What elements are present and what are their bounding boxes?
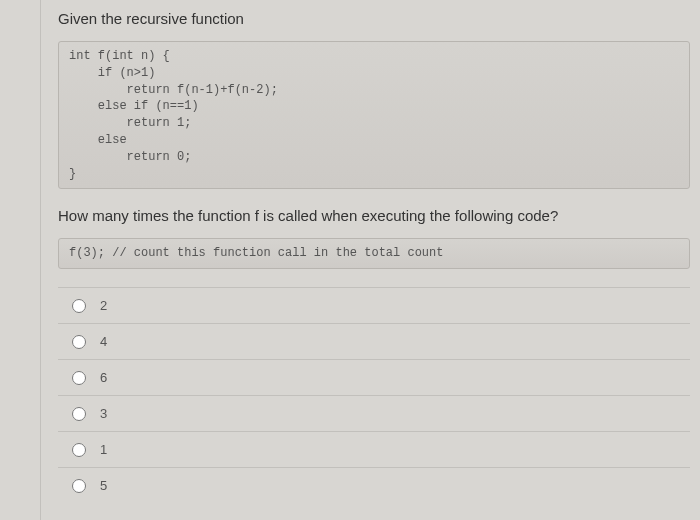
option-radio-5[interactable] bbox=[72, 479, 86, 493]
option-row[interactable]: 3 bbox=[58, 395, 690, 431]
option-label: 3 bbox=[100, 406, 107, 421]
question-prompt: How many times the function f is called … bbox=[50, 207, 700, 224]
option-label: 2 bbox=[100, 298, 107, 313]
option-label: 5 bbox=[100, 478, 107, 493]
question-intro: Given the recursive function bbox=[50, 10, 700, 27]
option-label: 6 bbox=[100, 370, 107, 385]
option-radio-3[interactable] bbox=[72, 407, 86, 421]
option-radio-4[interactable] bbox=[72, 443, 86, 457]
option-row[interactable]: 5 bbox=[58, 467, 690, 503]
option-label: 4 bbox=[100, 334, 107, 349]
option-radio-1[interactable] bbox=[72, 335, 86, 349]
option-radio-2[interactable] bbox=[72, 371, 86, 385]
option-row[interactable]: 1 bbox=[58, 431, 690, 467]
option-radio-0[interactable] bbox=[72, 299, 86, 313]
option-row[interactable]: 6 bbox=[58, 359, 690, 395]
code-block-call: f(3); // count this function call in the… bbox=[58, 238, 690, 269]
option-row[interactable]: 2 bbox=[58, 287, 690, 323]
option-row[interactable]: 4 bbox=[58, 323, 690, 359]
code-block-function: int f(int n) { if (n>1) return f(n-1)+f(… bbox=[58, 41, 690, 189]
option-label: 1 bbox=[100, 442, 107, 457]
